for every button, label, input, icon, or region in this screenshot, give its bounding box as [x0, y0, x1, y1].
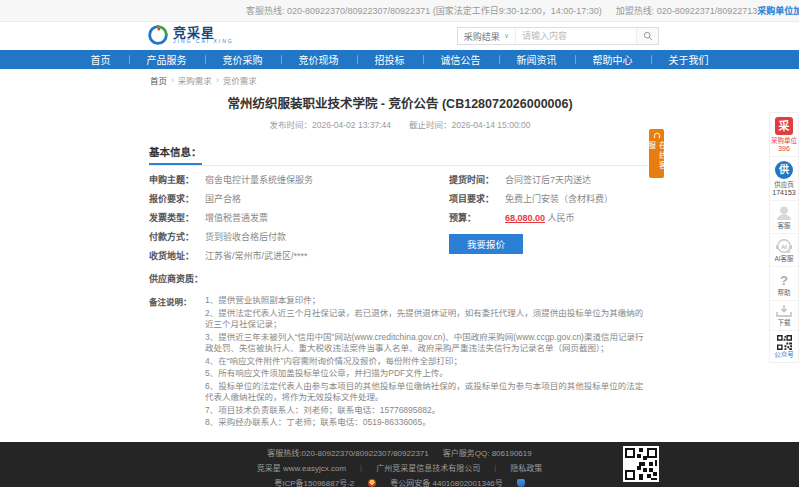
- ai-headset-icon: AI: [775, 238, 793, 254]
- float-ai-service-entry[interactable]: AI AI客服: [770, 234, 798, 267]
- supplier-qualification-row: 供应商资质：: [149, 274, 651, 285]
- info-row-delivery-time: 提货时间： 合同签订后7天内送达: [449, 175, 651, 186]
- nav-item-tenders[interactable]: 招投标: [357, 50, 423, 69]
- footer-privacy-link[interactable]: 隐私政策: [510, 462, 542, 473]
- float-purchaser-entry[interactable]: 采 采购单位 396: [770, 113, 798, 157]
- info-row-quote-req: 报价要求： 国产合格: [149, 194, 449, 205]
- deadline-time: 截止时间：2026-04-14 15:00:00: [409, 118, 530, 130]
- footer-police-link[interactable]: 粤公网安备 44010802001346号: [390, 477, 503, 487]
- notes-row: 备注说明： 1、提供营业执照副本复印件； 2、提供法定代表人近三个月社保记录，若…: [149, 295, 651, 430]
- info-row-payment: 付款方式： 货到验收合格后付款: [149, 232, 449, 243]
- wechat-label: 公众号: [770, 351, 798, 359]
- basic-info-grid: 申购主题： 宿舍电控计量系统维保服务 报价要求： 国产合格 发票类型： 增值税普…: [149, 175, 651, 270]
- quote-button[interactable]: 我要报价: [449, 234, 523, 254]
- question-mark-icon: ?: [780, 273, 788, 288]
- download-icon: [776, 305, 792, 318]
- breadcrumb-separator: [216, 75, 219, 85]
- footer-qr-code: [623, 446, 659, 482]
- nav-item-help[interactable]: 帮助中心: [575, 50, 651, 69]
- right-float-bar: 采 采购单位 396 供 供应商 174153 客服 AI AI客服 ? 帮助: [769, 112, 799, 363]
- breadcrumb-separator: [171, 75, 174, 85]
- breadcrumb-purchase-demand[interactable]: 采购需求: [178, 74, 212, 86]
- notice-title: 常州纺织服装职业技术学院 - 竞价公告 (CB128072026000006): [149, 93, 651, 112]
- police-badge-icon: [368, 479, 376, 487]
- nav-item-bidding-purchase[interactable]: 竞价采购: [205, 50, 281, 69]
- budget-amount: 68,080.00: [505, 213, 545, 223]
- purchaser-label: 采购单位: [770, 137, 798, 145]
- supplier-label: 供应商: [770, 181, 798, 189]
- info-row-subject: 申购主题： 宿舍电控计量系统维保服务: [149, 175, 449, 186]
- main-nav: 首页 产品服务 竞价采购 竞价现场 招投标 诚信公告 新闻资讯 帮助中心 关于我…: [0, 50, 799, 69]
- note-item: 6、投标单位的法定代表人由参与本项目的其他投标单位缴纳社保的，或投标单位为参与本…: [205, 381, 651, 404]
- info-row-address: 收货地址： 江苏省/常州市/武进区/****: [149, 251, 449, 262]
- supplier-count: 174153: [770, 189, 798, 197]
- footer-site-link[interactable]: 竞采星 www.easyjcx.com: [257, 462, 346, 473]
- purchaser-join-link[interactable]: 采购单位加盟申请: [757, 4, 799, 17]
- basic-info-section-head: 基本信息：: [149, 142, 651, 166]
- search-button[interactable]: [636, 28, 658, 44]
- service-hotline-text: 客服热线: 020-80922370/80922307/80922371 (国家…: [246, 4, 602, 17]
- main-content: 首页 采购需求 竞价需求 常州纺织服装职业技术学院 - 竞价公告 (CB1280…: [149, 69, 651, 487]
- note-item: 8、采购经办联系人：丁老师；联系电话：0519-86336065。: [205, 417, 651, 429]
- site-header: 竞采星 JING CAI XING 采购结果: [0, 22, 799, 50]
- site-footer: 客服热线:020-80922370/80922307/80922371 客户服务…: [0, 442, 799, 487]
- footer-separator: |: [494, 463, 496, 472]
- note-item: 3、提供近三年未被列入“信用中国”网站(www.creditchina.gov.…: [205, 332, 651, 355]
- footer-hotline: 客服热线:020-80922370/80922307/80922371: [267, 447, 428, 458]
- supplier-icon: 供: [775, 161, 793, 179]
- info-row-budget: 预算： 68,080.00 人民币: [449, 213, 651, 224]
- headset-icon: [653, 132, 661, 140]
- note-item: 5、所有响应文件须加盖投标单位公章，并扫描为PDF文件上传。: [205, 368, 651, 380]
- breadcrumb-home[interactable]: 首页: [150, 74, 167, 86]
- footer-separator: |: [360, 463, 362, 472]
- float-download-entry[interactable]: 下载: [770, 301, 798, 331]
- breadcrumb: 首页 采购需求 竞价需求: [149, 69, 651, 90]
- nav-item-news[interactable]: 新闻资讯: [499, 50, 575, 69]
- service-label: 客服: [770, 222, 798, 230]
- qr-pattern: [625, 448, 657, 480]
- footer-icp-link[interactable]: 粤ICP备15096887号-2: [274, 477, 354, 487]
- notes-list: 1、提供营业执照副本复印件； 2、提供法定代表人近三个月社保记录，若已退休，先提…: [205, 295, 651, 430]
- search-input[interactable]: [516, 28, 636, 44]
- note-item: 2、提供法定代表人近三个月社保记录，若已退休，先提供退休证明，如有委托代理人，须…: [205, 308, 651, 331]
- note-item: 4、在“响应文件附件”内容需附询价情况及报价，每份附件全部打印；: [205, 356, 651, 368]
- notice-meta: 发布时间：2026-04-02 13:37:44 截止时间：2026-04-14…: [149, 118, 651, 130]
- logo-swirl-icon: [148, 25, 168, 45]
- shield-badge-icon: [517, 479, 525, 487]
- help-label: 帮助: [770, 289, 798, 297]
- online-service-tab[interactable]: 在线客服: [649, 129, 664, 178]
- search-category-dropdown[interactable]: 采购结果: [458, 28, 516, 44]
- info-row-invoice: 发票类型： 增值税普通发票: [149, 213, 449, 224]
- breadcrumb-bidding-demand: 竞价需求: [223, 74, 257, 86]
- nav-item-about[interactable]: 关于我们: [651, 50, 727, 69]
- footer-company: 广州竞采星信息技术有限公司: [376, 462, 480, 473]
- nav-item-products[interactable]: 产品服务: [129, 50, 205, 69]
- float-service-entry[interactable]: 客服: [770, 201, 798, 234]
- float-wechat-entry[interactable]: 公众号: [770, 331, 798, 362]
- note-item: 7、项目技术负责联系人：刘老师；联系电话：15776895882。: [205, 405, 651, 417]
- online-service-label: 在线客服: [646, 141, 668, 179]
- float-supplier-entry[interactable]: 供 供应商 174153: [770, 157, 798, 201]
- search-bar: 采购结果: [457, 27, 659, 45]
- site-logo[interactable]: 竞采星 JING CAI XING: [148, 25, 234, 45]
- basic-info-title: 基本信息：: [149, 144, 202, 165]
- ai-service-label: AI客服: [770, 255, 798, 263]
- nav-item-bidding-live[interactable]: 竞价现场: [281, 50, 357, 69]
- footer-qq: 客户服务QQ: 806190619: [443, 447, 532, 458]
- note-item: 1、提供营业执照副本复印件；: [205, 295, 651, 307]
- search-icon: [643, 31, 653, 41]
- nav-item-integrity[interactable]: 诚信公告: [423, 50, 499, 69]
- float-help-entry[interactable]: ? 帮助: [770, 267, 798, 301]
- top-utility-bar: 客服热线: 020-80922370/80922307/80922371 (国家…: [0, 0, 799, 22]
- svg-text:AI: AI: [781, 243, 787, 250]
- nav-item-home[interactable]: 首页: [73, 50, 129, 69]
- agent-avatar-icon: [775, 205, 793, 221]
- purchaser-icon: 采: [775, 117, 793, 135]
- download-label: 下载: [770, 319, 798, 327]
- info-row-project-req: 项目要求： 免费上门安装（含材料费）: [449, 194, 651, 205]
- hotlines: 客服热线: 020-80922370/80922307/80922371 (国家…: [246, 4, 757, 17]
- budget-currency: 人民币: [548, 213, 575, 223]
- publish-time: 发布时间：2026-04-02 13:37:44: [270, 118, 391, 130]
- purchaser-count: 396: [770, 145, 798, 153]
- logo-subtext: JING CAI XING: [173, 39, 234, 44]
